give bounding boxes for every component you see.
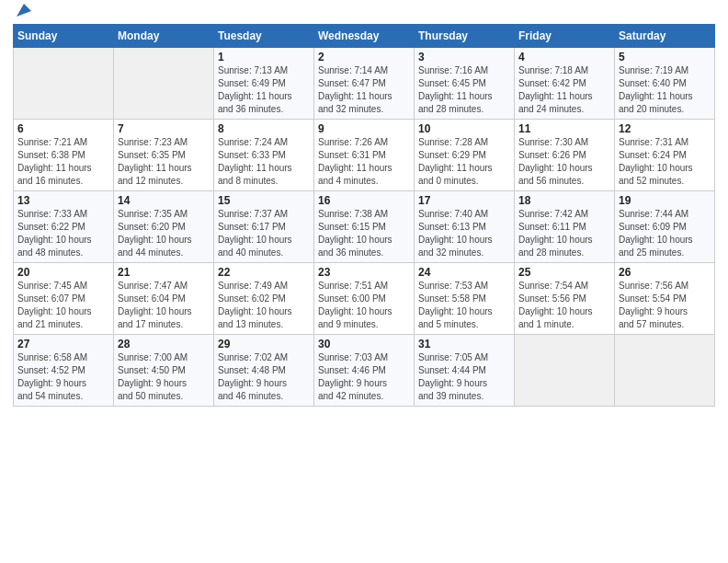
day-detail: Sunrise: 7:45 AM Sunset: 6:07 PM Dayligh… [17,280,109,331]
calendar-cell: 2Sunrise: 7:14 AM Sunset: 6:47 PM Daylig… [314,48,415,120]
calendar-cell: 10Sunrise: 7:28 AM Sunset: 6:29 PM Dayli… [415,120,515,191]
day-number: 1 [218,51,310,63]
day-number: 6 [17,122,109,135]
calendar-week-row: 1Sunrise: 7:13 AM Sunset: 6:49 PM Daylig… [14,48,715,120]
calendar-cell: 15Sunrise: 7:37 AM Sunset: 6:17 PM Dayli… [214,191,314,263]
calendar-cell: 5Sunrise: 7:19 AM Sunset: 6:40 PM Daylig… [615,48,715,120]
calendar-header-row: SundayMondayTuesdayWednesdayThursdayFrid… [14,25,715,48]
day-detail: Sunrise: 7:00 AM Sunset: 4:50 PM Dayligh… [118,351,210,403]
day-number: 27 [17,338,109,350]
day-detail: Sunrise: 7:40 AM Sunset: 6:13 PM Dayligh… [418,208,510,259]
calendar-cell [14,48,114,120]
day-number: 23 [318,266,410,279]
logo [13,13,31,18]
calendar-cell: 11Sunrise: 7:30 AM Sunset: 6:26 PM Dayli… [515,120,615,191]
calendar-cell [114,48,214,120]
day-number: 19 [619,194,711,207]
day-number: 31 [418,338,510,350]
calendar-cell: 4Sunrise: 7:18 AM Sunset: 6:42 PM Daylig… [515,48,615,120]
calendar-cell: 8Sunrise: 7:24 AM Sunset: 6:33 PM Daylig… [214,120,314,191]
day-number: 26 [619,266,711,279]
calendar-week-row: 13Sunrise: 7:33 AM Sunset: 6:22 PM Dayli… [14,191,715,263]
calendar-cell: 25Sunrise: 7:54 AM Sunset: 5:56 PM Dayli… [515,263,615,335]
calendar-cell: 7Sunrise: 7:23 AM Sunset: 6:35 PM Daylig… [114,120,214,191]
day-detail: Sunrise: 7:19 AM Sunset: 6:40 PM Dayligh… [619,64,711,116]
day-detail: Sunrise: 7:24 AM Sunset: 6:33 PM Dayligh… [218,136,310,188]
day-number: 28 [118,338,210,350]
day-detail: Sunrise: 7:13 AM Sunset: 6:49 PM Dayligh… [218,64,310,116]
day-detail: Sunrise: 7:42 AM Sunset: 6:11 PM Dayligh… [518,208,610,259]
day-detail: Sunrise: 7:47 AM Sunset: 6:04 PM Dayligh… [118,280,210,331]
day-number: 17 [418,194,510,207]
day-detail: Sunrise: 7:02 AM Sunset: 4:48 PM Dayligh… [218,351,310,403]
calendar-cell: 27Sunrise: 6:58 AM Sunset: 4:52 PM Dayli… [14,335,114,407]
day-number: 2 [318,51,410,63]
day-detail: Sunrise: 7:53 AM Sunset: 5:58 PM Dayligh… [418,280,510,331]
calendar-week-row: 6Sunrise: 7:21 AM Sunset: 6:38 PM Daylig… [14,120,715,191]
day-detail: Sunrise: 7:51 AM Sunset: 6:00 PM Dayligh… [318,280,410,331]
day-detail: Sunrise: 7:37 AM Sunset: 6:17 PM Dayligh… [218,208,310,259]
day-number: 21 [118,266,210,279]
day-number: 18 [518,194,610,207]
day-detail: Sunrise: 7:28 AM Sunset: 6:29 PM Dayligh… [418,136,510,188]
calendar-cell: 31Sunrise: 7:05 AM Sunset: 4:44 PM Dayli… [415,335,515,407]
day-detail: Sunrise: 7:16 AM Sunset: 6:45 PM Dayligh… [418,64,510,116]
day-number: 25 [518,266,610,279]
day-number: 5 [619,51,711,63]
day-number: 30 [318,338,410,350]
calendar-cell: 17Sunrise: 7:40 AM Sunset: 6:13 PM Dayli… [415,191,515,263]
calendar-cell: 26Sunrise: 7:56 AM Sunset: 5:54 PM Dayli… [615,263,715,335]
day-header-thursday: Thursday [415,25,515,48]
calendar-cell: 13Sunrise: 7:33 AM Sunset: 6:22 PM Dayli… [14,191,114,263]
calendar-week-row: 27Sunrise: 6:58 AM Sunset: 4:52 PM Dayli… [14,335,715,407]
day-number: 14 [118,194,210,207]
calendar-cell: 30Sunrise: 7:03 AM Sunset: 4:46 PM Dayli… [314,335,415,407]
calendar-header [13,9,715,18]
calendar-cell: 14Sunrise: 7:35 AM Sunset: 6:20 PM Dayli… [114,191,214,263]
day-number: 24 [418,266,510,279]
day-detail: Sunrise: 7:44 AM Sunset: 6:09 PM Dayligh… [619,208,711,259]
calendar-cell: 9Sunrise: 7:26 AM Sunset: 6:31 PM Daylig… [314,120,415,191]
calendar-cell: 6Sunrise: 7:21 AM Sunset: 6:38 PM Daylig… [14,120,114,191]
day-number: 9 [318,122,410,135]
day-number: 10 [418,122,510,135]
day-detail: Sunrise: 7:33 AM Sunset: 6:22 PM Dayligh… [17,208,109,259]
calendar-week-row: 20Sunrise: 7:45 AM Sunset: 6:07 PM Dayli… [14,263,715,335]
logo-icon [15,2,31,18]
day-detail: Sunrise: 7:03 AM Sunset: 4:46 PM Dayligh… [318,351,410,403]
calendar-cell: 12Sunrise: 7:31 AM Sunset: 6:24 PM Dayli… [615,120,715,191]
calendar-cell: 23Sunrise: 7:51 AM Sunset: 6:00 PM Dayli… [314,263,415,335]
calendar-cell: 29Sunrise: 7:02 AM Sunset: 4:48 PM Dayli… [214,335,314,407]
calendar-body: 1Sunrise: 7:13 AM Sunset: 6:49 PM Daylig… [14,48,715,407]
day-number: 20 [17,266,109,279]
day-detail: Sunrise: 7:21 AM Sunset: 6:38 PM Dayligh… [17,136,109,188]
day-detail: Sunrise: 7:49 AM Sunset: 6:02 PM Dayligh… [218,280,310,331]
calendar-cell: 18Sunrise: 7:42 AM Sunset: 6:11 PM Dayli… [515,191,615,263]
calendar-cell: 20Sunrise: 7:45 AM Sunset: 6:07 PM Dayli… [14,263,114,335]
day-detail: Sunrise: 7:14 AM Sunset: 6:47 PM Dayligh… [318,64,410,116]
day-detail: Sunrise: 7:54 AM Sunset: 5:56 PM Dayligh… [518,280,610,331]
day-number: 16 [318,194,410,207]
day-detail: Sunrise: 7:56 AM Sunset: 5:54 PM Dayligh… [619,280,711,331]
calendar-container: SundayMondayTuesdayWednesdayThursdayFrid… [0,0,728,416]
day-number: 22 [218,266,310,279]
day-number: 13 [17,194,109,207]
day-detail: Sunrise: 7:05 AM Sunset: 4:44 PM Dayligh… [418,351,510,403]
day-detail: Sunrise: 6:58 AM Sunset: 4:52 PM Dayligh… [17,351,109,403]
calendar-cell: 1Sunrise: 7:13 AM Sunset: 6:49 PM Daylig… [214,48,314,120]
calendar-cell: 28Sunrise: 7:00 AM Sunset: 4:50 PM Dayli… [114,335,214,407]
calendar-cell: 24Sunrise: 7:53 AM Sunset: 5:58 PM Dayli… [415,263,515,335]
day-header-tuesday: Tuesday [214,25,314,48]
calendar-cell: 19Sunrise: 7:44 AM Sunset: 6:09 PM Dayli… [615,191,715,263]
day-number: 15 [218,194,310,207]
calendar-cell: 21Sunrise: 7:47 AM Sunset: 6:04 PM Dayli… [114,263,214,335]
day-detail: Sunrise: 7:38 AM Sunset: 6:15 PM Dayligh… [318,208,410,259]
svg-marker-0 [17,4,31,17]
day-detail: Sunrise: 7:31 AM Sunset: 6:24 PM Dayligh… [619,136,711,188]
day-detail: Sunrise: 7:26 AM Sunset: 6:31 PM Dayligh… [318,136,410,188]
day-header-friday: Friday [515,25,615,48]
day-number: 8 [218,122,310,135]
day-header-monday: Monday [114,25,214,48]
day-detail: Sunrise: 7:35 AM Sunset: 6:20 PM Dayligh… [118,208,210,259]
calendar-cell [515,335,615,407]
